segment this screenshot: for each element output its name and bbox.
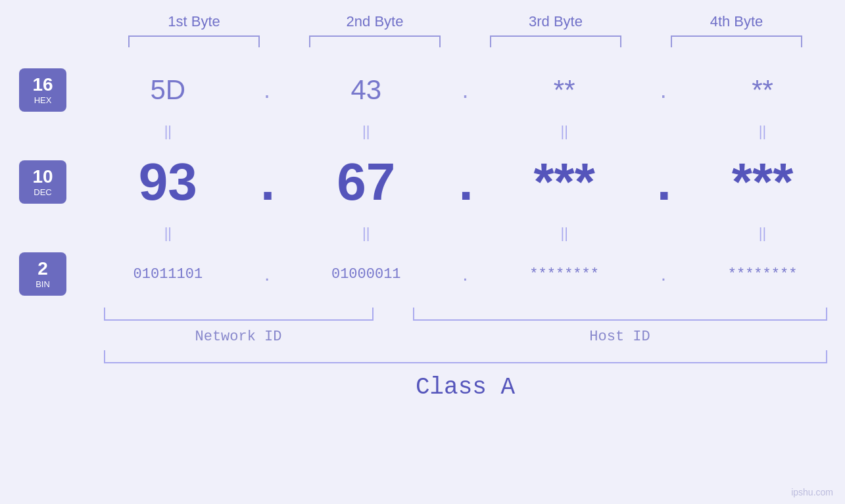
byte3-header: 3rd Byte <box>483 13 628 30</box>
hex-dot-3: . <box>657 76 670 104</box>
id-spacer <box>374 329 413 345</box>
sep-2-2: || <box>294 225 439 242</box>
id-labels-row: Network ID Host ID <box>104 329 827 345</box>
bottom-brackets-container <box>104 308 827 325</box>
dec-val-2: 67 <box>337 152 395 212</box>
badge-column: 16 HEX 10 DEC 2 BIN <box>7 60 79 304</box>
bin-badge-label: BIN <box>23 279 62 289</box>
hex-cell-2: 43 <box>294 74 439 106</box>
bracket-4 <box>671 35 802 47</box>
sep-1-4: || <box>690 123 835 140</box>
bin-data-row: 01011101 . 01000011 . ******** . *******… <box>85 244 845 304</box>
sep-1-1: || <box>95 123 240 140</box>
rows-container: 16 HEX 10 DEC 2 BIN <box>0 60 845 304</box>
dec-val-3: *** <box>533 152 594 212</box>
main-container: 1st Byte 2nd Byte 3rd Byte 4th Byte 16 H… <box>0 0 845 504</box>
class-label-container: Class A <box>104 374 827 401</box>
bracket-1 <box>128 35 260 47</box>
host-id-label: Host ID <box>413 329 827 345</box>
hex-dot-1: . <box>260 76 274 104</box>
dec-cell-2: 67 <box>294 152 439 212</box>
hex-badge-wrapper: 16 HEX <box>19 60 66 120</box>
sep-1-2: || <box>294 123 439 140</box>
bin-cell-4: ******** <box>690 266 835 283</box>
hex-data-row: 5D . 43 . ** . ** <box>85 60 845 120</box>
bin-cell-3: ******** <box>492 266 637 283</box>
full-bottom-bracket <box>104 350 827 363</box>
hex-val-1: 5D <box>150 74 185 106</box>
bin-val-1: 01011101 <box>133 266 203 283</box>
dec-cell-3: *** <box>492 152 637 212</box>
dec-badge-wrapper: 10 DEC <box>19 143 66 221</box>
dec-dot-3: . <box>657 158 670 206</box>
bin-badge: 2 BIN <box>19 252 66 296</box>
hex-val-3: ** <box>554 74 575 106</box>
dec-data-row: 93 . 67 . *** . *** <box>85 143 845 221</box>
dec-cell-1: 93 <box>95 152 240 212</box>
bin-val-4: ******** <box>728 266 798 283</box>
host-bracket <box>413 308 827 321</box>
dec-dot-1: . <box>260 158 274 206</box>
bracket-2 <box>309 35 441 47</box>
hex-badge-label: HEX <box>23 95 62 105</box>
sep-2-4: || <box>690 225 835 242</box>
sep-row-2: || || || || <box>85 221 845 244</box>
byte-headers: 1st Byte 2nd Byte 3rd Byte 4th Byte <box>104 13 827 30</box>
byte4-header: 4th Byte <box>664 13 809 30</box>
hex-cell-4: ** <box>690 74 835 106</box>
hex-badge-num: 16 <box>23 75 62 95</box>
dec-dot-2: . <box>458 158 471 206</box>
network-bracket <box>104 308 374 321</box>
byte1-header: 1st Byte <box>122 13 266 30</box>
sep-2-1: || <box>95 225 240 242</box>
hex-val-2: 43 <box>350 74 381 106</box>
hex-val-4: ** <box>752 74 773 106</box>
sep-2-3: || <box>492 225 637 242</box>
bracket-3 <box>490 35 621 47</box>
watermark: ipshu.com <box>791 487 833 497</box>
network-id-label: Network ID <box>104 329 374 345</box>
bin-badge-wrapper: 2 BIN <box>19 244 66 304</box>
bin-cell-2: 01000011 <box>294 266 439 283</box>
sep-1-3: || <box>492 123 637 140</box>
sep-row-1: || || || || <box>85 120 845 143</box>
dec-cell-4: *** <box>690 152 835 212</box>
bin-dot-1: . <box>260 263 274 285</box>
top-brackets <box>104 35 827 47</box>
hex-cell-1: 5D <box>95 74 240 106</box>
hex-badge: 16 HEX <box>19 68 66 112</box>
class-label: Class A <box>416 374 515 401</box>
bin-dot-2: . <box>458 263 471 285</box>
bin-dot-3: . <box>657 263 670 285</box>
dec-badge-num: 10 <box>23 167 62 187</box>
data-columns: 5D . 43 . ** . ** || || <box>85 60 845 304</box>
bin-val-3: ******** <box>529 266 599 283</box>
dec-badge-label: DEC <box>23 187 62 197</box>
hex-dot-2: . <box>458 76 471 104</box>
dec-val-4: *** <box>732 152 793 212</box>
byte2-header: 2nd Byte <box>302 13 447 30</box>
bin-badge-num: 2 <box>23 259 62 279</box>
dec-val-1: 93 <box>139 152 197 212</box>
bin-val-2: 01000011 <box>331 266 401 283</box>
dec-badge: 10 DEC <box>19 160 66 204</box>
hex-cell-3: ** <box>492 74 637 106</box>
bin-cell-1: 01011101 <box>95 266 240 283</box>
